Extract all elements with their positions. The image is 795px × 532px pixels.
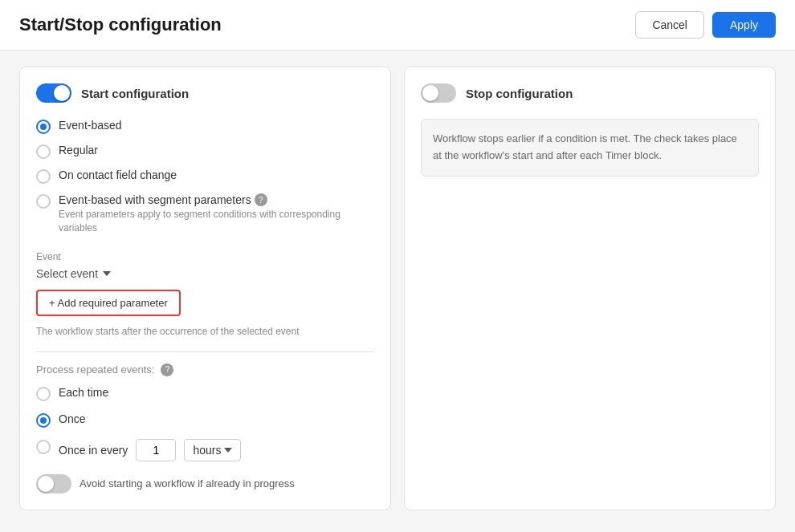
radio-event-based-segment[interactable]: Event-based with segment parameters ? Ev… (36, 193, 374, 235)
stop-config-toggle-knob (422, 85, 438, 101)
hours-select-dropdown[interactable]: hours (184, 439, 241, 461)
radio-on-contact-field-change[interactable]: On contact field change (36, 169, 374, 184)
once-in-every-label: Once in every (59, 444, 128, 457)
divider (36, 351, 374, 352)
apply-button[interactable]: Apply (712, 12, 776, 38)
once-in-every-row: Once in every hours (59, 439, 241, 461)
once-in-every-input[interactable] (136, 439, 176, 461)
stop-config-header: Stop configuration (421, 83, 759, 103)
radio-segment-label: Event-based with segment parameters (59, 193, 251, 206)
stop-info-text: Workflow stops earlier if a condition is… (433, 131, 747, 164)
event-section-label: Event (36, 251, 374, 262)
cancel-button[interactable]: Cancel (635, 11, 704, 39)
radio-once-label: Once (59, 412, 85, 425)
select-event-chevron-icon (103, 271, 111, 276)
radio-once[interactable]: Once (36, 412, 374, 428)
select-event-text: Select event (36, 267, 98, 280)
radio-once-in-every-circle (36, 440, 51, 454)
repeated-events-radio-group: Each time Once Once in every hours (36, 386, 374, 461)
start-config-header: Start configuration (36, 83, 374, 103)
hours-select-chevron-icon (224, 448, 232, 453)
process-repeated-help-icon[interactable]: ? (161, 363, 173, 376)
radio-event-based-circle (36, 120, 51, 134)
radio-once-circle (36, 413, 51, 428)
radio-regular-label: Regular (59, 144, 98, 156)
process-repeated-section: Process repeated events: ? (36, 363, 374, 376)
start-config-radio-group: Event-based Regular On contact field cha… (36, 119, 374, 235)
segment-help-icon[interactable]: ? (255, 193, 267, 206)
avoid-row: Avoid starting a workflow if already in … (36, 474, 374, 493)
avoid-toggle[interactable] (36, 474, 71, 493)
stop-info-box: Workflow stops earlier if a condition is… (421, 119, 759, 177)
radio-once-in-every[interactable]: Once in every hours (36, 439, 374, 461)
radio-event-based[interactable]: Event-based (36, 119, 374, 134)
start-config-panel: Start configuration Event-based Regular … (19, 67, 391, 510)
radio-regular[interactable]: Regular (36, 144, 374, 159)
radio-each-time-circle (36, 387, 51, 401)
stop-config-panel: Stop configuration Workflow stops earlie… (404, 67, 776, 510)
process-repeated-label: Process repeated events: (36, 363, 154, 376)
radio-segment-circle (36, 194, 51, 209)
start-config-label: Start configuration (81, 87, 189, 100)
page-header: Start/Stop configuration Cancel Apply (0, 0, 795, 51)
start-config-toggle[interactable] (36, 83, 71, 103)
radio-each-time-label: Each time (59, 386, 108, 399)
stop-config-toggle[interactable] (421, 83, 456, 103)
radio-regular-circle (36, 144, 51, 159)
radio-contact-field-circle (36, 169, 51, 184)
workflow-info-text: The workflow starts after the occurrence… (36, 326, 374, 337)
radio-contact-field-label: On contact field change (59, 169, 177, 181)
avoid-toggle-knob (38, 476, 54, 492)
stop-config-label: Stop configuration (466, 87, 573, 100)
select-event-dropdown[interactable]: Select event (36, 267, 374, 280)
avoid-label: Avoid starting a workflow if already in … (80, 477, 295, 489)
hours-select-label: hours (193, 444, 221, 457)
radio-segment-sublabel: Event parameters apply to segment condit… (59, 208, 374, 235)
add-required-parameter-button[interactable]: + Add required parameter (36, 290, 181, 316)
content-area: Start configuration Event-based Regular … (0, 51, 795, 526)
radio-event-based-label: Event-based (59, 119, 122, 132)
start-config-toggle-knob (54, 85, 70, 101)
radio-each-time[interactable]: Each time (36, 386, 374, 401)
header-buttons: Cancel Apply (635, 11, 776, 39)
page-title: Start/Stop configuration (19, 14, 222, 35)
